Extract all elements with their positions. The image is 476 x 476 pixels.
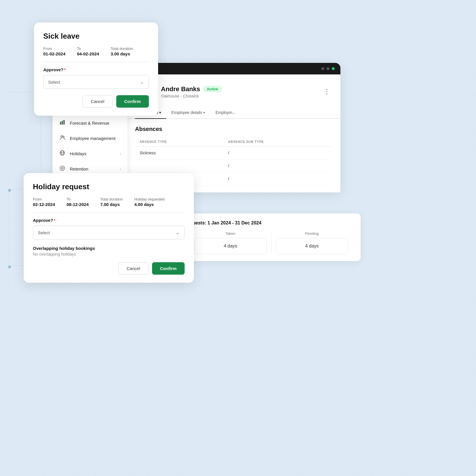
chevron-down-icon: ⌄ [175,229,180,236]
sidebar-item-label: Retention [70,166,88,171]
tab-employee-details[interactable]: Employee details ▾ [166,107,210,119]
holiday-confirm-button[interactable]: Confirm [152,262,185,275]
sidebar-item-forecast[interactable]: Forecast & Revenue [53,115,128,131]
tab-employment[interactable]: Employm... [210,107,241,119]
to-value: 04-02-2024 [77,51,99,56]
forecast-icon [59,119,66,127]
requests-title: quests: 1 Jan 2024 - 31 Dec 2024 [190,220,353,226]
tab-label: Employm... [215,110,236,115]
total-duration-group: Total duration 3.00 days [110,46,133,57]
pending-value: 4 days [276,238,348,254]
employee-location: Oakhouse - Chiswick [161,94,316,98]
grid-line [9,265,25,266]
tab-label: Employee details [171,110,202,115]
holidays-icon [59,150,66,157]
overlapping-text: No overlapping holidays [33,252,185,256]
svg-point-3 [61,136,63,137]
sidebar-item-holidays[interactable]: Holidays › [53,146,128,161]
select-placeholder: Select [48,80,60,85]
sick-leave-dates: From 01-02-2024 To 04-02-2024 Total dura… [43,46,149,57]
pending-label: Pending [276,231,348,236]
overlapping-title: Overlapping holiday bookings [33,246,185,251]
from-date-group: From 01-02-2024 [43,46,65,57]
divider [43,62,149,62]
confirm-button[interactable]: Confirm [116,95,149,108]
requests-panel: quests: 1 Jan 2024 - 31 Dec 2024 Taken 4… [182,213,361,261]
panel-header-bar [127,63,340,74]
from-value: 01-02-2024 [43,51,65,56]
sidebar-item-label: Holidays [70,151,87,156]
status-badge: Active [203,86,222,92]
sidebar-item-employees[interactable]: Employee management [53,131,128,146]
from-label: From [43,46,65,51]
panel-nav: Overview ▾ Employee details ▾ Employm... [127,107,340,119]
holiday-modal-actions: Cancel Confirm [33,262,185,275]
divider [33,212,185,213]
stat-pending: Pending 4 days [271,231,353,254]
absence-subtype-cell: / [224,147,333,160]
holiday-approve-label: Approve?* [33,218,185,223]
retention-icon [59,165,66,173]
window-dot-green [332,67,335,70]
to-label: To [67,197,89,201]
chevron-down-icon: ▾ [203,111,205,115]
profile-info: Andre Banks Active Oakhouse - Chiswick [161,85,316,98]
stat-taken: Taken 4 days [190,231,271,254]
grid-line [9,189,9,265]
chevron-down-icon: ⌄ [140,79,144,85]
employee-name-row: Andre Banks Active [161,85,316,93]
required-indicator: * [64,67,66,72]
total-duration-label: Total duration [110,46,133,51]
employees-icon [59,135,66,142]
holiday-from-group: From 02-12-2024 [33,197,55,207]
svg-point-4 [63,136,64,138]
taken-label: Taken [194,231,267,236]
absence-subtype-cell: / [224,160,333,173]
holiday-to-group: To 08-12-2024 [67,197,89,207]
holiday-from-value: 02-12-2024 [33,202,55,207]
absences-title: Absences [135,126,332,132]
to-date-group: To 04-02-2024 [77,46,99,57]
approve-select[interactable]: Select ⌄ [43,75,149,89]
from-label: From [33,197,55,201]
sick-leave-modal: Sick leave From 01-02-2024 To 04-02-2024… [34,23,158,116]
absence-type-cell [135,160,224,173]
holiday-duration-group: Total duration 7.00 days [100,197,123,207]
cancel-button[interactable]: Cancel [83,95,113,108]
col-header-absence-sub-type: ABSENCE SUB TYPE [224,137,333,147]
holiday-requested-group: Holiday requested 4.00 days [134,197,165,207]
holiday-duration-value: 7.00 days [100,202,120,207]
absence-subtype-cell: / [224,173,333,185]
window-dot [327,67,329,70]
sick-leave-title: Sick leave [43,32,149,41]
chevron-down-icon: ▾ [159,111,161,115]
grid-line [9,189,25,189]
profile-section: Andre Banks Active Oakhouse - Chiswick ⋮ [127,74,340,102]
holiday-requested-label: Holiday requested [134,197,165,201]
select-placeholder: Select [38,230,50,235]
holiday-dates: From 02-12-2024 To 08-12-2024 Total dura… [33,197,185,207]
holiday-cancel-button[interactable]: Cancel [118,262,149,275]
window-dot [321,67,324,70]
grid-dot [8,265,11,268]
holiday-title: Holiday request [33,182,185,191]
table-row: / [135,160,332,173]
holiday-request-modal: Holiday request From 02-12-2024 To 08-12… [24,173,194,283]
svg-point-8 [60,166,65,170]
sidebar-item-label: Employee management [70,136,115,141]
requests-stats: Taken 4 days Pending 4 days [190,231,353,254]
sidebar-item-label: Forecast & Revenue [70,121,109,125]
more-options-button[interactable]: ⋮ [321,87,332,97]
taken-value: 4 days [194,238,267,254]
approve-label: Approve?* [43,67,149,72]
holiday-approve-select[interactable]: Select ⌄ [33,226,185,239]
overlapping-section: Overlapping holiday bookings No overlapp… [33,246,185,256]
holiday-to-value: 08-12-2024 [67,202,89,207]
employee-name: Andre Banks [161,85,200,93]
holiday-requested-value: 4.00 days [134,202,154,207]
total-duration-value: 3.00 days [110,51,130,56]
absence-type-cell: Sickness [135,147,224,160]
chevron-right-icon: › [120,151,121,156]
modal-actions: Cancel Confirm [43,95,149,108]
chevron-right-icon: › [120,167,121,171]
